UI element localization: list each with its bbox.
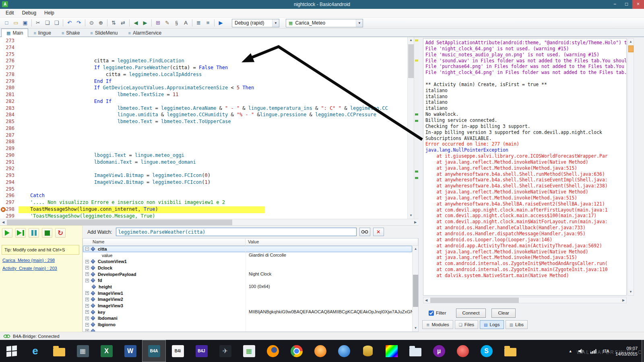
expand-icon[interactable]: +: [85, 272, 89, 276]
add-watch-input[interactable]: [116, 228, 357, 236]
code-line[interactable]: If leggimeteo.ParseWeather(citta) = Fals…: [19, 65, 407, 72]
watch-row[interactable]: +keyMIIBIjANBgkqhkiG9w0BAQEFAAOCAQ8AMIIB…: [83, 309, 412, 315]
watch-row[interactable]: −citta: [83, 246, 412, 252]
tab-lingue[interactable]: ≡lingue: [28, 29, 56, 37]
expand-icon[interactable]: +: [85, 329, 89, 331]
code-line[interactable]: [19, 51, 407, 58]
b4a-icon[interactable]: B4A: [142, 340, 166, 362]
watch-row[interactable]: +DeveloperPayloadNight Clock: [83, 271, 412, 278]
stop-button[interactable]: [42, 228, 52, 238]
volume-icon[interactable]: [578, 348, 584, 354]
designer-icon[interactable]: ⊞: [154, 19, 162, 27]
open-folder-icon[interactable]: [498, 340, 522, 362]
code-line[interactable]: [19, 139, 407, 146]
red-browser-icon[interactable]: [451, 340, 475, 362]
watch-row[interactable]: height100 (0x64): [83, 284, 412, 290]
debug-mode-combo[interactable]: Debug (rapid) ▼: [232, 19, 279, 27]
show-desktop-button[interactable]: [642, 340, 644, 362]
scrollbar-thumb[interactable]: [430, 298, 519, 303]
find-icon[interactable]: ⊙: [87, 19, 96, 27]
tab-logs[interactable]: ▤Logs: [480, 320, 504, 329]
watch-row[interactable]: +lbgiorno: [83, 321, 412, 328]
code-line[interactable]: [19, 45, 407, 51]
clear-button[interactable]: Clear: [491, 309, 515, 318]
watch-row[interactable]: +ImageView2: [83, 296, 412, 303]
chevron-up-icon[interactable]: ▲: [569, 349, 572, 353]
watch-vertical-scrollbar[interactable]: ▲ ▼: [412, 246, 418, 331]
clock[interactable]: 09:07 14/03/2015: [615, 346, 638, 357]
menu-edit[interactable]: Edit: [2, 9, 18, 17]
code-line[interactable]: [19, 38, 407, 45]
scroll-up-icon[interactable]: ▲: [628, 39, 634, 45]
module-combo[interactable]: ▦ Carica_Meteo ▼: [286, 19, 363, 27]
scrollbar-thumb[interactable]: [7, 220, 232, 225]
save-icon[interactable]: ▣: [21, 19, 29, 27]
jet-plane-icon[interactable]: ✈: [213, 340, 237, 362]
start-button[interactable]: [0, 340, 23, 362]
open-file-icon[interactable]: ▭: [12, 19, 20, 27]
watch-row[interactable]: valueGiardini di Corcolle: [83, 252, 412, 259]
watch-row[interactable]: +Dclock: [83, 265, 412, 271]
evaluate-button[interactable]: [359, 228, 370, 236]
scrollbar-thumb[interactable]: [408, 44, 414, 78]
scroll-right-icon[interactable]: ▶: [412, 219, 419, 226]
utorrent-icon[interactable]: µ: [427, 340, 451, 362]
paragraph-icon[interactable]: §: [172, 19, 181, 27]
stack-link-activity-create[interactable]: Activity_Create (main) : 203: [2, 266, 82, 271]
b4j-icon[interactable]: B4J: [190, 340, 213, 362]
watch-row[interactable]: +ImageView1: [83, 290, 412, 296]
ie-icon[interactable]: e: [23, 340, 47, 362]
app-window-icon[interactable]: ▦: [237, 340, 261, 362]
chevron-down-icon[interactable]: ▼: [356, 19, 363, 27]
column-header-value[interactable]: Value: [246, 239, 418, 245]
tab-libs[interactable]: ▥Libs: [506, 320, 528, 329]
font-icon[interactable]: A: [182, 19, 190, 27]
scroll-left-icon[interactable]: ◀: [0, 219, 6, 226]
restart-button[interactable]: ↻: [55, 228, 66, 238]
sort-icon[interactable]: ⇅: [109, 19, 118, 27]
code-line[interactable]: [19, 186, 407, 193]
new-file-icon[interactable]: □: [2, 19, 11, 27]
find-next-icon[interactable]: ⊕: [97, 19, 105, 27]
filter-checkbox[interactable]: [429, 311, 434, 316]
language-indicator[interactable]: ITA: [603, 349, 609, 354]
continue-button[interactable]: [2, 228, 12, 238]
code-line[interactable]: ToastMessageShow(lingue.conn_internet, T…: [19, 206, 407, 213]
tab-modules[interactable]: ≣Modules: [422, 320, 453, 329]
color-picker-icon[interactable]: [380, 340, 403, 362]
chevron-down-icon[interactable]: ▼: [272, 19, 279, 27]
watch-row[interactable]: +: [83, 328, 412, 331]
calculator-icon[interactable]: ▦: [71, 340, 95, 362]
chrome-icon[interactable]: [285, 340, 308, 362]
expand-icon[interactable]: +: [85, 323, 89, 327]
code-line[interactable]: lingue.umidita & leggimeteo.CCHumidity &…: [19, 112, 407, 119]
database-icon[interactable]: [356, 340, 380, 362]
undo-icon[interactable]: ↶: [65, 19, 74, 27]
code-line[interactable]: [19, 132, 407, 139]
code-line[interactable]: citta = leggimeteo.LocalIpAddress: [19, 72, 407, 78]
code-line[interactable]: Catch: [19, 193, 407, 200]
watch-row[interactable]: +ImageView3: [83, 302, 412, 309]
expand-icon[interactable]: +: [85, 260, 89, 263]
cut-icon[interactable]: ✂: [34, 19, 42, 27]
redo-icon[interactable]: ↷: [74, 19, 83, 27]
orange-app-icon[interactable]: [308, 340, 332, 362]
tab-slidemenu[interactable]: ≡SlideMenu: [85, 29, 123, 37]
word-icon[interactable]: W: [118, 340, 142, 362]
code-line[interactable]: lbmeteo.Text = leggimeteo.AreaName & " -…: [19, 105, 407, 112]
outline-icon[interactable]: ≡: [204, 19, 212, 27]
remove-watch-button[interactable]: ✕: [373, 228, 384, 236]
code-line[interactable]: '.... Non visualizzo Errore e inserisco …: [19, 200, 407, 206]
maximize-button[interactable]: □: [621, 0, 632, 9]
tab-main[interactable]: ▦Main: [1, 29, 28, 37]
code-line[interactable]: lboggi.Text = lingue.meteo_oggi: [19, 152, 407, 159]
members-list-icon[interactable]: ≣: [194, 19, 203, 27]
code-line[interactable]: 'ToastMessageShow(leggimeteo.Message, Tr…: [19, 213, 407, 219]
code-line[interactable]: [19, 125, 407, 132]
copy-icon[interactable]: ❏: [43, 19, 52, 27]
minimize-button[interactable]: −: [609, 0, 621, 9]
scroll-down-icon[interactable]: ▼: [628, 289, 634, 295]
paste-icon[interactable]: ❑: [52, 19, 61, 27]
firefox-icon[interactable]: [261, 340, 285, 362]
explorer-icon[interactable]: [47, 340, 71, 362]
